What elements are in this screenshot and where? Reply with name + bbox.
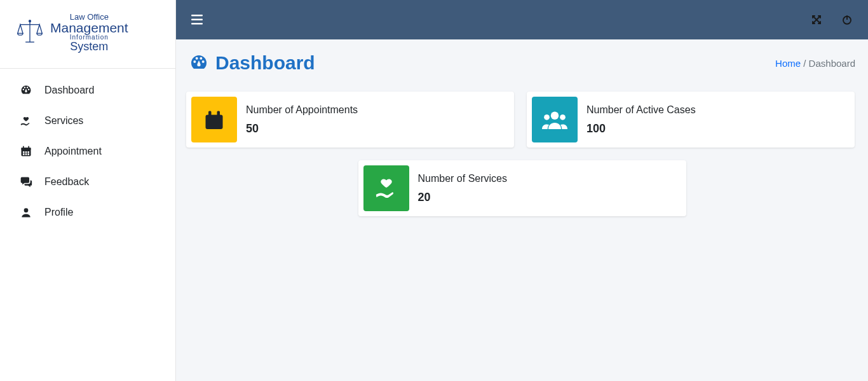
page-title-text: Dashboard — [215, 52, 315, 74]
svg-rect-8 — [23, 151, 25, 153]
card-value: 100 — [587, 122, 850, 135]
sidebar-item-feedback[interactable]: Feedback — [0, 167, 175, 197]
user-icon — [19, 206, 33, 219]
page-title: Dashboard — [189, 52, 315, 74]
card-title: Number of Active Cases — [587, 104, 850, 116]
sidebar-item-dashboard[interactable]: Dashboard — [0, 75, 175, 106]
card-value: 50 — [246, 122, 509, 135]
nav: Dashboard Services Appointment Feedback … — [0, 68, 175, 228]
breadcrumb: Home / Dashboard — [775, 58, 855, 69]
cards-container: Number of Appointments 50 Number of Acti… — [186, 92, 858, 216]
svg-rect-13 — [28, 153, 30, 155]
sidebar-item-services[interactable]: Services — [0, 106, 175, 136]
svg-point-14 — [24, 208, 29, 212]
topbar — [176, 0, 868, 39]
calendar-icon — [19, 145, 33, 158]
hand-heart-icon — [363, 165, 409, 211]
card-value: 20 — [418, 191, 681, 204]
svg-rect-6 — [23, 146, 24, 148]
gauge-icon — [19, 84, 33, 97]
sidebar-item-appointment[interactable]: Appointment — [0, 136, 175, 167]
svg-rect-17 — [191, 23, 203, 25]
hand-heart-icon — [19, 114, 33, 127]
svg-point-26 — [544, 114, 550, 120]
breadcrumb-current: Dashboard — [809, 58, 855, 69]
sidebar-item-label: Feedback — [44, 176, 89, 188]
card-title: Number of Services — [418, 173, 681, 184]
users-icon — [532, 97, 578, 142]
sidebar-item-label: Dashboard — [44, 85, 94, 96]
card-appointments[interactable]: Number of Appointments 50 — [186, 92, 514, 148]
calendar-icon — [191, 97, 237, 142]
svg-rect-12 — [25, 153, 27, 155]
svg-point-2 — [29, 20, 31, 22]
logo: Law Office Management Information System — [0, 0, 175, 68]
main: Dashboard Home / Dashboard Number of App… — [176, 0, 868, 381]
breadcrumb-separator: / — [803, 58, 808, 69]
svg-rect-11 — [23, 153, 25, 155]
comments-icon — [19, 176, 33, 188]
sidebar-item-label: Profile — [44, 207, 73, 218]
svg-rect-23 — [208, 111, 212, 116]
fullscreen-button[interactable] — [811, 14, 822, 25]
gauge-icon — [189, 53, 209, 73]
scales-icon — [16, 18, 44, 46]
svg-rect-15 — [191, 15, 203, 17]
breadcrumb-home-link[interactable]: Home — [775, 58, 801, 69]
card-services[interactable]: Number of Services 20 — [358, 160, 686, 216]
svg-rect-22 — [206, 115, 223, 130]
sidebar: Law Office Management Information System… — [0, 0, 176, 381]
content: Dashboard Home / Dashboard Number of App… — [176, 39, 868, 381]
card-title: Number of Appointments — [246, 104, 509, 116]
svg-rect-7 — [28, 146, 29, 148]
svg-rect-10 — [28, 151, 30, 153]
card-active-cases[interactable]: Number of Active Cases 100 — [527, 92, 855, 148]
page-header: Dashboard Home / Dashboard — [186, 52, 858, 79]
svg-rect-24 — [217, 111, 220, 116]
logo-text: Law Office Management Information System — [50, 13, 128, 52]
top-actions — [811, 14, 853, 25]
svg-point-27 — [560, 114, 566, 120]
svg-rect-9 — [25, 151, 27, 153]
sidebar-item-profile[interactable]: Profile — [0, 197, 175, 228]
power-button[interactable] — [841, 14, 853, 25]
sidebar-item-label: Services — [44, 115, 83, 127]
menu-toggle-button[interactable] — [191, 15, 203, 25]
logo-line4: System — [50, 41, 128, 52]
logo-line2: Management — [50, 21, 128, 34]
svg-point-25 — [551, 112, 559, 120]
svg-rect-16 — [191, 19, 203, 21]
svg-rect-5 — [22, 148, 31, 149]
sidebar-item-label: Appointment — [44, 146, 102, 157]
